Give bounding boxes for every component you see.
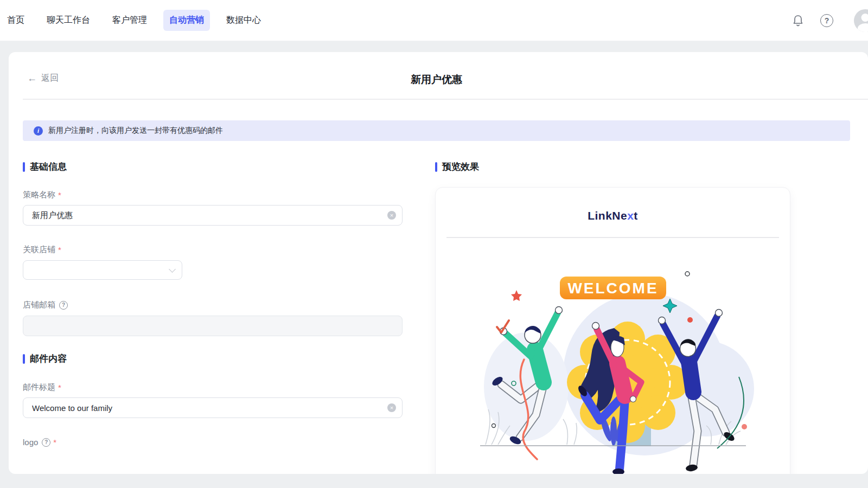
- welcome-illustration: WELCOME: [472, 247, 754, 474]
- store-label: 关联店铺 *: [23, 245, 403, 255]
- preview-divider: [446, 237, 779, 238]
- help-icon[interactable]: ?: [59, 301, 68, 310]
- help-icon[interactable]: ?: [42, 438, 50, 447]
- info-banner-text: 新用户注册时，向该用户发送一封带有优惠码的邮件: [48, 126, 223, 136]
- help-icon[interactable]: ?: [820, 14, 833, 27]
- required-mark: *: [53, 438, 56, 447]
- clear-icon[interactable]: ×: [387, 403, 396, 412]
- section-basic-info: 基础信息: [23, 160, 403, 173]
- section-bar: [435, 162, 437, 172]
- clear-icon[interactable]: ×: [387, 211, 396, 220]
- info-icon: i: [34, 126, 43, 136]
- email-preview-card: LinkNext: [435, 187, 790, 474]
- section-email-content: 邮件内容: [23, 352, 403, 365]
- required-mark: *: [58, 245, 61, 254]
- section-preview: 预览效果: [435, 160, 850, 173]
- header-divider: [23, 99, 868, 100]
- back-label: 返回: [41, 73, 59, 84]
- top-navigation: 首页 聊天工作台 客户管理 自动营销 数据中心 ?: [0, 0, 868, 41]
- welcome-banner-text: WELCOME: [567, 280, 658, 297]
- brand-logo: LinkNext: [436, 209, 790, 222]
- store-select[interactable]: [23, 260, 182, 280]
- nav-right-actions: ?: [789, 0, 868, 41]
- section-bar: [23, 354, 25, 364]
- user-avatar[interactable]: [854, 9, 868, 32]
- page-title: 新用户优惠: [23, 73, 850, 87]
- email-subject-input[interactable]: [23, 397, 403, 418]
- info-banner: i 新用户注册时，向该用户发送一封带有优惠码的邮件: [23, 120, 850, 141]
- store-email-label: 店铺邮箱 ?: [23, 300, 403, 310]
- bell-icon[interactable]: [789, 11, 807, 30]
- store-email-input-disabled: [23, 316, 403, 336]
- strategy-name-input[interactable]: [23, 205, 403, 226]
- nav-item-home[interactable]: 首页: [1, 10, 30, 31]
- content-card: ← 返回 新用户优惠 i 新用户注册时，向该用户发送一封带有优惠码的邮件 基础信…: [9, 52, 868, 474]
- required-mark: *: [58, 190, 61, 200]
- email-subject-label: 邮件标题 *: [23, 382, 403, 393]
- form-column: 基础信息 策略名称 * × 关联店铺 *: [23, 160, 403, 474]
- back-arrow-icon: ←: [27, 73, 37, 84]
- strategy-name-label: 策略名称 *: [23, 190, 403, 200]
- card-header: ← 返回 新用户优惠: [23, 73, 850, 86]
- nav-item-auto-marketing[interactable]: 自动营销: [163, 10, 210, 31]
- preview-column: 预览效果 LinkNext: [435, 160, 850, 474]
- page-background: ← 返回 新用户优惠 i 新用户注册时，向该用户发送一封带有优惠码的邮件 基础信…: [0, 41, 868, 488]
- nav-item-chat-workbench[interactable]: 聊天工作台: [41, 10, 96, 31]
- back-button[interactable]: ← 返回: [27, 73, 59, 84]
- required-mark: *: [58, 383, 61, 392]
- section-bar: [23, 162, 25, 172]
- logo-field-label: logo ? *: [23, 438, 403, 447]
- nav-item-data-center[interactable]: 数据中心: [220, 10, 267, 31]
- nav-item-customer-management[interactable]: 客户管理: [106, 10, 153, 31]
